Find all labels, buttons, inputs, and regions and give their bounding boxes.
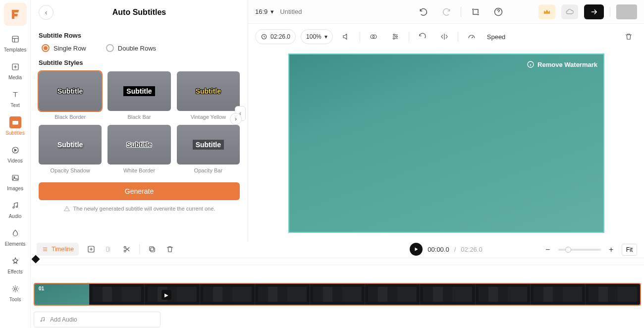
style-swatch: Subtitle — [54, 140, 86, 150]
nav-templates[interactable]: Templates — [0, 29, 30, 56]
timeline-ruler[interactable] — [31, 258, 644, 265]
row-double-radio[interactable]: Double Rows — [106, 44, 156, 52]
style-caption: Black Border — [39, 114, 102, 120]
top-bar: 16:9▾ — [248, 0, 644, 24]
export-button[interactable] — [584, 4, 604, 19]
remove-watermark-button[interactable]: Remove Watermark — [527, 60, 597, 68]
style-vintage-yellow[interactable]: SubtitleVintage Yellow — [177, 71, 240, 120]
upgrade-button[interactable] — [538, 4, 555, 19]
delete-track-button[interactable] — [164, 244, 175, 255]
help-button[interactable] — [490, 3, 507, 20]
nav-effects[interactable]: Effects — [0, 251, 30, 278]
redo-button[interactable] — [438, 3, 455, 20]
aspect-ratio-value: 16:9 — [255, 8, 268, 15]
nav-text[interactable]: Text — [0, 84, 30, 112]
style-swatch: Subtitle — [123, 86, 155, 96]
audio-icon — [9, 200, 21, 212]
add-track-button[interactable] — [86, 244, 97, 255]
info-icon — [527, 60, 535, 68]
delete-clip-button[interactable] — [620, 28, 637, 45]
trash-icon — [165, 245, 174, 254]
nav-label: Subtitles — [5, 130, 24, 136]
nav-label: Media — [8, 75, 22, 80]
row-single-radio[interactable]: Single Row — [42, 44, 86, 52]
zoom-thumb[interactable] — [565, 247, 571, 253]
add-audio-button[interactable]: Add Audio — [34, 312, 161, 328]
subtitle-rows-label: Subtitle Rows — [39, 32, 240, 39]
speed-button[interactable] — [463, 28, 480, 45]
video-track[interactable]: 01 ▶ — [34, 283, 641, 306]
elements-icon — [9, 227, 21, 239]
subtitles-icon — [9, 116, 21, 128]
videos-icon — [9, 144, 21, 156]
nav-elements[interactable]: Elements — [0, 223, 30, 251]
duplicate-button[interactable] — [147, 244, 158, 255]
style-swatch: Subtitle — [123, 140, 155, 150]
split-button[interactable] — [121, 244, 132, 255]
split-left-icon — [105, 245, 113, 254]
radio-label: Double Rows — [118, 45, 156, 52]
flip-button[interactable] — [436, 28, 453, 45]
preview-canvas[interactable]: Remove Watermark — [288, 54, 604, 233]
nav-subtitles[interactable]: Subtitles — [0, 112, 30, 140]
nav-audio[interactable]: Audio — [0, 195, 30, 223]
images-icon — [9, 172, 21, 184]
nav-label: Templates — [4, 47, 27, 53]
nav-label: Text — [10, 103, 19, 108]
svg-rect-4 — [12, 175, 18, 180]
clip-index: 01 — [39, 286, 44, 291]
app-logo[interactable] — [4, 3, 27, 26]
radio-label: Single Row — [54, 45, 86, 52]
style-caption: Opacity Shadow — [39, 167, 102, 173]
style-black-border[interactable]: SubtitleBlack Border — [39, 71, 102, 120]
left-rail: Templates Media Text Subtitles Videos Im… — [0, 0, 31, 328]
chevron-down-icon: ▾ — [324, 33, 327, 40]
text-icon — [9, 89, 21, 101]
back-button[interactable]: ‹ — [39, 5, 54, 20]
chevron-down-icon: ▾ — [270, 8, 274, 15]
zoom-fit-button[interactable]: Fit — [622, 244, 637, 256]
nav-label: Elements — [5, 241, 26, 247]
zoom-pill[interactable]: 100%▾ — [301, 29, 333, 44]
style-black-bar[interactable]: SubtitleBlack Bar — [107, 71, 170, 120]
nav-tools[interactable]: Tools — [0, 278, 30, 306]
style-caption: Opacity Bar — [177, 167, 240, 173]
speaker-icon — [342, 32, 351, 41]
nav-media[interactable]: Media — [0, 56, 30, 84]
flip-icon — [440, 32, 449, 41]
undo-button[interactable] — [415, 3, 432, 20]
rotate-button[interactable] — [414, 28, 431, 45]
nav-images[interactable]: Images — [0, 167, 30, 195]
zoom-in-button[interactable]: + — [606, 244, 617, 255]
user-avatar[interactable] — [616, 4, 637, 19]
svg-point-8 — [14, 287, 16, 290]
time-current: 00:00.0 — [428, 246, 449, 253]
style-white-border[interactable]: SubtitleWhite Border — [107, 125, 170, 173]
zoom-slider[interactable] — [558, 249, 601, 251]
redo-icon — [441, 7, 451, 17]
zoom-out-button[interactable]: − — [542, 244, 553, 255]
adjust-button[interactable] — [387, 28, 404, 45]
mute-button[interactable] — [338, 28, 355, 45]
crop-button[interactable] — [467, 3, 484, 20]
nav-videos[interactable]: Videos — [0, 140, 30, 167]
cloud-sync-button[interactable] — [561, 4, 578, 19]
aspect-ratio-select[interactable]: 16:9▾ — [255, 8, 274, 15]
time-total: 02:26.0 — [461, 246, 482, 253]
crop-icon — [471, 7, 481, 17]
styles-next-button[interactable]: › — [230, 113, 242, 125]
radio-dot-icon — [106, 44, 114, 52]
play-button[interactable] — [410, 243, 423, 256]
style-opacity-shadow[interactable]: SubtitleOpacity Shadow — [39, 125, 102, 173]
style-opacity-bar[interactable]: SubtitleOpacity Bar — [177, 125, 240, 173]
project-title-input[interactable] — [280, 8, 359, 15]
filter-button[interactable] — [365, 28, 382, 45]
generate-button[interactable]: Generate — [39, 182, 240, 200]
duration-pill[interactable]: 02:26.0 — [255, 29, 296, 44]
split-left-button[interactable] — [104, 244, 114, 255]
style-swatch: Subtitle — [54, 86, 86, 96]
timeline-icon — [42, 246, 49, 253]
timeline-chip[interactable]: Timeline — [37, 243, 79, 256]
warning-icon — [63, 205, 70, 212]
divider — [139, 244, 140, 254]
